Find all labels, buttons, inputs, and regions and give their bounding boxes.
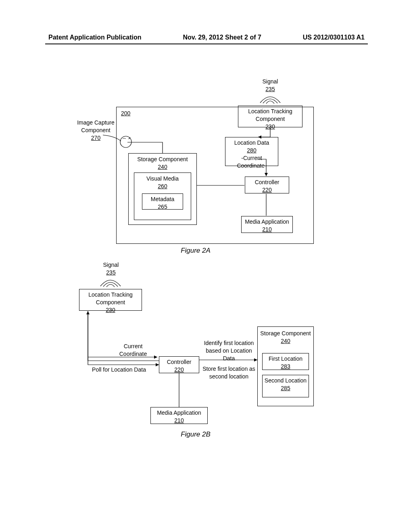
figB-connectors	[0, 0, 413, 443]
svg-marker-3	[156, 363, 159, 366]
svg-marker-6	[254, 358, 257, 362]
figB-caption: Figure 2B	[159, 430, 232, 438]
svg-marker-4	[86, 311, 90, 314]
